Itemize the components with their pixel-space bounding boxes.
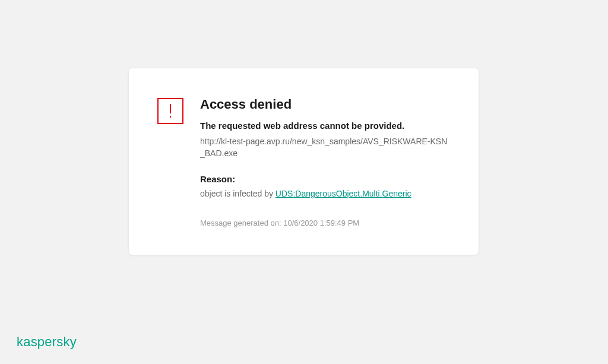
generated-timestamp: Message generated on: 10/6/2020 1:59:49 … [200, 219, 450, 227]
generated-time: 10/6/2020 1:59:49 PM [283, 219, 359, 227]
threat-link[interactable]: UDS:DangerousObject.Multi.Generic [276, 189, 411, 198]
dialog-content: Access denied The requested web address … [200, 97, 450, 227]
reason-text: object is infected by UDS:DangerousObjec… [200, 189, 450, 198]
svg-rect-0 [170, 104, 171, 113]
alert-icon [157, 98, 183, 124]
reason-prefix: object is infected by [200, 189, 276, 198]
reason-label: Reason: [200, 174, 450, 184]
brand-logo: kaspersky [17, 334, 77, 350]
access-denied-dialog: Access denied The requested web address … [129, 68, 479, 255]
blocked-url: http://kl-test-page.avp.ru/new_ksn_sampl… [200, 135, 449, 160]
svg-rect-1 [170, 116, 171, 118]
generated-prefix: Message generated on: [200, 219, 283, 227]
dialog-subtitle: The requested web address cannot be prov… [200, 121, 450, 131]
dialog-title: Access denied [200, 97, 450, 112]
